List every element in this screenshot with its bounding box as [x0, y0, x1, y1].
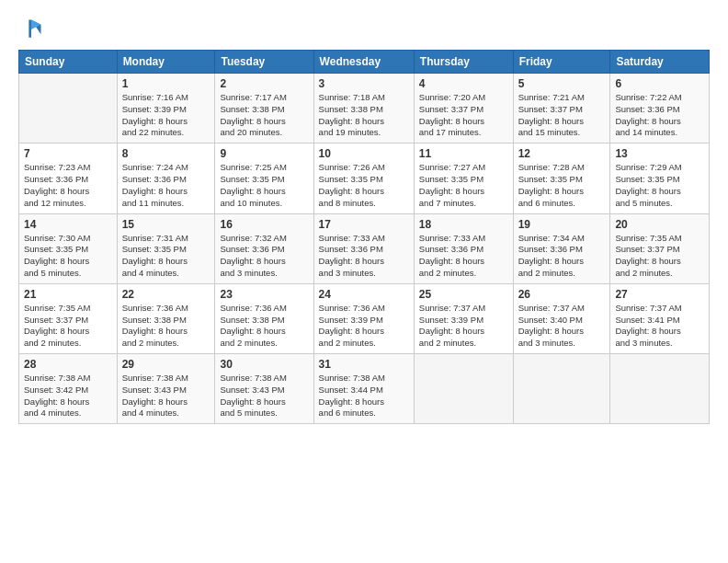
cell-date: 30	[220, 358, 308, 371]
cell-date: 27	[615, 288, 704, 301]
calendar-cell: 28Sunrise: 7:38 AMSunset: 3:42 PMDayligh…	[19, 354, 118, 424]
cell-date: 14	[24, 218, 112, 231]
cell-date: 7	[24, 147, 112, 160]
cell-date: 5	[518, 77, 606, 90]
weekday-header: Sunday	[19, 51, 118, 74]
cell-info: Sunrise: 7:35 AMSunset: 3:37 PMDaylight:…	[615, 233, 704, 280]
calendar-week-row: 1Sunrise: 7:16 AMSunset: 3:39 PMDaylight…	[19, 74, 710, 144]
calendar-cell: 29Sunrise: 7:38 AMSunset: 3:43 PMDayligh…	[117, 354, 215, 424]
calendar-cell: 14Sunrise: 7:30 AMSunset: 3:35 PMDayligh…	[19, 213, 118, 283]
cell-info: Sunrise: 7:38 AMSunset: 3:44 PMDaylight:…	[319, 373, 409, 419]
cell-info: Sunrise: 7:23 AMSunset: 3:36 PMDaylight:…	[24, 162, 112, 209]
calendar-cell: 23Sunrise: 7:36 AMSunset: 3:38 PMDayligh…	[215, 283, 313, 353]
cell-date: 11	[419, 147, 508, 160]
cell-info: Sunrise: 7:26 AMSunset: 3:35 PMDaylight:…	[319, 162, 409, 209]
weekday-header: Wednesday	[313, 51, 414, 74]
cell-info: Sunrise: 7:34 AMSunset: 3:36 PMDaylight:…	[518, 233, 606, 280]
calendar-cell: 18Sunrise: 7:33 AMSunset: 3:36 PMDayligh…	[414, 213, 513, 283]
cell-date: 22	[122, 288, 210, 301]
calendar-cell: 27Sunrise: 7:37 AMSunset: 3:41 PMDayligh…	[610, 283, 710, 353]
calendar-cell: 15Sunrise: 7:31 AMSunset: 3:35 PMDayligh…	[117, 213, 215, 283]
calendar-cell: 7Sunrise: 7:23 AMSunset: 3:36 PMDaylight…	[19, 144, 118, 213]
cell-info: Sunrise: 7:20 AMSunset: 3:37 PMDaylight:…	[419, 92, 508, 139]
cell-date: 29	[122, 358, 210, 371]
cell-date: 1	[122, 77, 210, 90]
cell-info: Sunrise: 7:38 AMSunset: 3:43 PMDaylight:…	[122, 373, 210, 419]
cell-date: 26	[518, 288, 606, 301]
calendar-cell: 19Sunrise: 7:34 AMSunset: 3:36 PMDayligh…	[513, 213, 610, 283]
cell-date: 10	[319, 147, 409, 160]
cell-date: 3	[319, 77, 409, 90]
calendar-cell: 21Sunrise: 7:35 AMSunset: 3:37 PMDayligh…	[19, 283, 118, 353]
calendar-table: SundayMondayTuesdayWednesdayThursdayFrid…	[18, 50, 710, 424]
weekday-header: Tuesday	[215, 51, 313, 74]
cell-date: 20	[615, 218, 704, 231]
cell-info: Sunrise: 7:37 AMSunset: 3:39 PMDaylight:…	[419, 303, 508, 350]
cell-info: Sunrise: 7:36 AMSunset: 3:38 PMDaylight:…	[220, 303, 308, 350]
calendar-cell	[19, 74, 118, 144]
calendar-cell	[414, 354, 513, 424]
calendar-cell: 3Sunrise: 7:18 AMSunset: 3:38 PMDaylight…	[313, 74, 414, 144]
calendar-cell: 25Sunrise: 7:37 AMSunset: 3:39 PMDayligh…	[414, 283, 513, 353]
weekday-header: Saturday	[610, 51, 710, 74]
cell-date: 19	[518, 218, 606, 231]
calendar-week-row: 21Sunrise: 7:35 AMSunset: 3:37 PMDayligh…	[19, 283, 710, 353]
cell-info: Sunrise: 7:33 AMSunset: 3:36 PMDaylight:…	[319, 233, 409, 280]
cell-date: 13	[615, 147, 704, 160]
weekday-header: Thursday	[414, 51, 513, 74]
cell-date: 15	[122, 218, 210, 231]
cell-date: 31	[319, 358, 409, 371]
cell-info: Sunrise: 7:36 AMSunset: 3:39 PMDaylight:…	[319, 303, 409, 350]
calendar-cell: 6Sunrise: 7:22 AMSunset: 3:36 PMDaylight…	[610, 74, 710, 144]
calendar-cell: 9Sunrise: 7:25 AMSunset: 3:35 PMDaylight…	[215, 144, 313, 213]
cell-info: Sunrise: 7:37 AMSunset: 3:40 PMDaylight:…	[518, 303, 606, 350]
calendar-cell: 26Sunrise: 7:37 AMSunset: 3:40 PMDayligh…	[513, 283, 610, 353]
calendar-cell: 17Sunrise: 7:33 AMSunset: 3:36 PMDayligh…	[313, 213, 414, 283]
logo	[18, 17, 46, 42]
calendar-cell: 30Sunrise: 7:38 AMSunset: 3:43 PMDayligh…	[215, 354, 313, 424]
calendar-week-row: 14Sunrise: 7:30 AMSunset: 3:35 PMDayligh…	[19, 213, 710, 283]
cell-date: 24	[319, 288, 409, 301]
cell-info: Sunrise: 7:22 AMSunset: 3:36 PMDaylight:…	[615, 92, 704, 139]
cell-date: 23	[220, 288, 308, 301]
calendar-cell	[513, 354, 610, 424]
logo-icon	[18, 17, 44, 42]
calendar-cell: 16Sunrise: 7:32 AMSunset: 3:36 PMDayligh…	[215, 213, 313, 283]
cell-date: 16	[220, 218, 308, 231]
calendar-cell: 5Sunrise: 7:21 AMSunset: 3:37 PMDaylight…	[513, 74, 610, 144]
cell-info: Sunrise: 7:24 AMSunset: 3:36 PMDaylight:…	[122, 162, 210, 209]
header	[18, 17, 710, 42]
calendar-cell: 1Sunrise: 7:16 AMSunset: 3:39 PMDaylight…	[117, 74, 215, 144]
calendar-week-row: 7Sunrise: 7:23 AMSunset: 3:36 PMDaylight…	[19, 144, 710, 213]
calendar-week-row: 28Sunrise: 7:38 AMSunset: 3:42 PMDayligh…	[19, 354, 710, 424]
calendar-cell: 12Sunrise: 7:28 AMSunset: 3:35 PMDayligh…	[513, 144, 610, 213]
cell-date: 6	[615, 77, 704, 90]
calendar-cell	[610, 354, 710, 424]
cell-info: Sunrise: 7:29 AMSunset: 3:35 PMDaylight:…	[615, 162, 704, 209]
cell-info: Sunrise: 7:18 AMSunset: 3:38 PMDaylight:…	[319, 92, 409, 139]
cell-info: Sunrise: 7:31 AMSunset: 3:35 PMDaylight:…	[122, 233, 210, 280]
cell-info: Sunrise: 7:17 AMSunset: 3:38 PMDaylight:…	[220, 92, 308, 139]
cell-date: 12	[518, 147, 606, 160]
calendar-cell: 20Sunrise: 7:35 AMSunset: 3:37 PMDayligh…	[610, 213, 710, 283]
calendar-cell: 2Sunrise: 7:17 AMSunset: 3:38 PMDaylight…	[215, 74, 313, 144]
cell-date: 28	[24, 358, 112, 371]
cell-date: 2	[220, 77, 308, 90]
cell-date: 9	[220, 147, 308, 160]
cell-info: Sunrise: 7:28 AMSunset: 3:35 PMDaylight:…	[518, 162, 606, 209]
cell-info: Sunrise: 7:27 AMSunset: 3:35 PMDaylight:…	[419, 162, 508, 209]
cell-info: Sunrise: 7:38 AMSunset: 3:42 PMDaylight:…	[24, 373, 112, 419]
cell-info: Sunrise: 7:37 AMSunset: 3:41 PMDaylight:…	[615, 303, 704, 350]
cell-info: Sunrise: 7:25 AMSunset: 3:35 PMDaylight:…	[220, 162, 308, 209]
calendar-cell: 24Sunrise: 7:36 AMSunset: 3:39 PMDayligh…	[313, 283, 414, 353]
calendar-cell: 31Sunrise: 7:38 AMSunset: 3:44 PMDayligh…	[313, 354, 414, 424]
cell-info: Sunrise: 7:33 AMSunset: 3:36 PMDaylight:…	[419, 233, 508, 280]
cell-date: 17	[319, 218, 409, 231]
cell-info: Sunrise: 7:32 AMSunset: 3:36 PMDaylight:…	[220, 233, 308, 280]
cell-date: 25	[419, 288, 508, 301]
cell-info: Sunrise: 7:21 AMSunset: 3:37 PMDaylight:…	[518, 92, 606, 139]
page: SundayMondayTuesdayWednesdayThursdayFrid…	[0, 0, 728, 563]
cell-date: 4	[419, 77, 508, 90]
calendar-cell: 4Sunrise: 7:20 AMSunset: 3:37 PMDaylight…	[414, 74, 513, 144]
calendar-cell: 10Sunrise: 7:26 AMSunset: 3:35 PMDayligh…	[313, 144, 414, 213]
